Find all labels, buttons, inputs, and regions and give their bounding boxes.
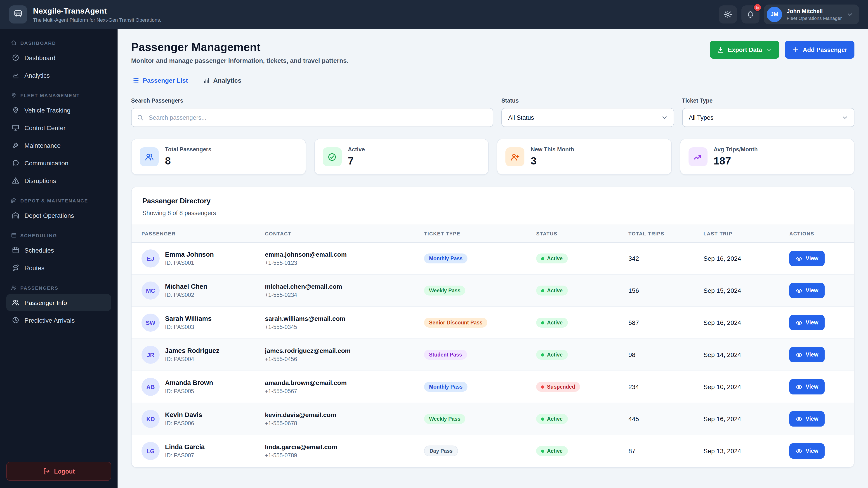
view-button-label: View <box>806 320 818 326</box>
user-meta: John Mitchell Fleet Operations Manager <box>786 8 842 21</box>
app-subtitle: The Multi-Agent Platform for Next-Gen Tr… <box>33 17 161 22</box>
ticket-type-badge: Weekly Pass <box>424 286 465 295</box>
stat-value: 8 <box>165 155 211 167</box>
users-icon <box>12 299 20 306</box>
avatar-initials: LG <box>147 448 155 454</box>
sidebar-item-routes[interactable]: Routes <box>6 259 111 276</box>
status-badge: Active <box>536 446 567 456</box>
passenger-phone: +1-555-0567 <box>265 388 424 394</box>
sidebar-nav: DASHBOARD Dashboard Analytics FLEET MANA… <box>6 37 111 334</box>
table-row: KD Kevin Davis ID: PAS006 kevin.davis@em… <box>131 403 854 435</box>
users-icon <box>11 285 17 291</box>
logout-label: Logout <box>54 468 74 475</box>
status-badge: Suspended <box>536 382 580 392</box>
sidebar-item-maintenance[interactable]: Maintenance <box>6 137 111 154</box>
eye-icon <box>796 319 802 326</box>
passenger-phone: +1-555-0123 <box>265 260 424 266</box>
view-button[interactable]: View <box>789 283 825 298</box>
sidebar-item-analytics[interactable]: Analytics <box>6 67 111 84</box>
eye-icon <box>796 287 802 294</box>
passenger-name: Linda Garcia <box>165 443 205 451</box>
column-header-status: STATUS <box>536 231 628 236</box>
tab-passenger-list[interactable]: Passenger List <box>131 75 189 86</box>
plus-icon <box>792 46 799 53</box>
add-passenger-button[interactable]: Add Passenger <box>784 41 855 59</box>
stat-label: Total Passengers <box>165 147 211 153</box>
app-title: Nexgile-TransAgent <box>33 6 161 15</box>
sidebar-item-label: Schedules <box>24 247 54 254</box>
stat-value: 3 <box>531 155 574 167</box>
passenger-id: ID: PAS002 <box>165 292 207 298</box>
ticket-type-select[interactable]: All Types <box>682 108 855 127</box>
sidebar-item-control-center[interactable]: Control Center <box>6 119 111 136</box>
passenger-email: michael.chen@email.com <box>265 283 424 290</box>
total-trips: 445 <box>628 415 704 422</box>
wrench-icon <box>12 141 20 149</box>
passenger-id: ID: PAS001 <box>165 260 214 266</box>
ticket-type-select-value: All Types <box>689 114 713 121</box>
chevron-down-icon <box>846 11 854 18</box>
sidebar-item-predictive-arrivals[interactable]: Predictive Arrivals <box>6 312 111 328</box>
last-trip: Sep 15, 2024 <box>704 287 789 294</box>
view-button[interactable]: View <box>789 443 825 459</box>
view-button[interactable]: View <box>789 315 825 330</box>
view-button[interactable]: View <box>789 347 825 362</box>
stat-card: Total Passengers 8 <box>131 139 306 175</box>
search-input[interactable] <box>131 108 493 127</box>
warning-icon <box>12 177 20 184</box>
sidebar-item-schedules[interactable]: Schedules <box>6 242 111 258</box>
avatar-initials: MC <box>146 287 155 294</box>
view-button[interactable]: View <box>789 411 825 427</box>
page-title: Passenger Management <box>131 41 348 54</box>
sidebar-item-communication[interactable]: Communication <box>6 155 111 171</box>
passenger-phone: +1-555-0456 <box>265 356 424 362</box>
users-icon <box>145 152 154 162</box>
status-badge: Active <box>536 350 567 360</box>
settings-button[interactable] <box>719 5 737 24</box>
avatar-initials: AB <box>146 383 155 390</box>
sidebar-section-label: DEPOT & MAINTENANCE <box>6 195 111 206</box>
ticket-type-filter-group: Ticket Type All Types <box>682 98 855 127</box>
gauge-icon <box>12 54 20 61</box>
stat-value: 7 <box>348 155 365 167</box>
status-select-value: All Status <box>508 114 534 121</box>
last-trip: Sep 16, 2024 <box>704 255 789 262</box>
route-icon <box>12 264 20 271</box>
passenger-name: Sarah Williams <box>165 315 212 322</box>
view-button[interactable]: View <box>789 251 825 266</box>
export-data-label: Export Data <box>728 46 762 53</box>
status-filter-group: Status All Status <box>501 98 674 127</box>
avatar: SW <box>142 314 160 332</box>
logout-button[interactable]: Logout <box>6 462 111 481</box>
notifications-button[interactable]: 5 <box>741 5 760 24</box>
passenger-email: amanda.brown@email.com <box>265 379 424 386</box>
table-row: LG Linda Garcia ID: PAS007 linda.garcia@… <box>131 435 854 467</box>
sidebar-item-disruptions[interactable]: Disruptions <box>6 172 111 189</box>
tab-analytics[interactable]: Analytics <box>202 75 242 86</box>
warehouse-icon <box>12 212 20 219</box>
sidebar-item-depot-operations[interactable]: Depot Operations <box>6 207 111 224</box>
view-button-label: View <box>806 352 818 358</box>
table-row: JR James Rodriguez ID: PAS004 james.rodr… <box>131 339 854 371</box>
sidebar-section: FLEET MANAGEMENT Vehicle Tracking Contro… <box>6 90 111 189</box>
avatar: KD <box>142 410 160 428</box>
ticket-type-label: Ticket Type <box>682 98 855 104</box>
sidebar-item-vehicle-tracking[interactable]: Vehicle Tracking <box>6 102 111 119</box>
total-trips: 98 <box>628 351 704 358</box>
export-data-button[interactable]: Export Data <box>710 41 779 59</box>
sidebar-item-dashboard[interactable]: Dashboard <box>6 49 111 66</box>
view-button[interactable]: View <box>789 379 825 394</box>
column-header-ticket-type: TICKET TYPE <box>424 231 536 236</box>
status-text: Active <box>547 320 563 325</box>
total-trips: 342 <box>628 255 704 262</box>
sidebar-item-passenger-info[interactable]: Passenger Info <box>6 294 111 311</box>
user-menu[interactable]: JM John Mitchell Fleet Operations Manage… <box>764 4 859 24</box>
app-logo <box>9 5 27 24</box>
page-actions: Export Data Add Passenger <box>710 41 855 59</box>
stat-cards: Total Passengers 8 Active 7 New This Mon… <box>131 139 855 175</box>
avatar-initials: EJ <box>147 255 154 262</box>
passenger-name: Amanda Brown <box>165 379 213 386</box>
main-content: Passenger Management Monitor and manage … <box>118 29 868 488</box>
status-select[interactable]: All Status <box>501 108 674 127</box>
passenger-id: ID: PAS003 <box>165 324 212 330</box>
